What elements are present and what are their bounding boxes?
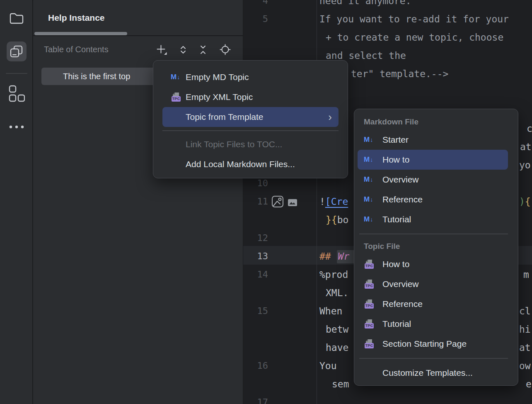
topic-file-icon: TPC bbox=[364, 279, 375, 289]
code-line: When bbox=[319, 305, 348, 317]
md-down-arrow: ↓ bbox=[370, 176, 373, 183]
line-number: 4 bbox=[243, 0, 268, 7]
markdown-file-icon-box: M↓ bbox=[364, 135, 376, 145]
topic-file-icon-box: TPC bbox=[364, 259, 376, 269]
topic-file-icon: TPC bbox=[364, 319, 375, 329]
code-fragment: c bbox=[527, 123, 532, 134]
menu-item-add-local-markdown-files[interactable]: Add Local Markdown Files... bbox=[162, 154, 339, 174]
menu-separator bbox=[359, 234, 508, 234]
menu-item-label: Add Local Markdown Files... bbox=[186, 159, 295, 169]
topic-file-icon: TPC bbox=[364, 299, 375, 309]
code-fragment: ter" template.--> bbox=[351, 68, 448, 79]
code-fragment: ## bbox=[319, 251, 337, 262]
code-fragment: need it anymore. bbox=[319, 0, 411, 6]
code-line: ## Wr bbox=[319, 250, 355, 263]
code-fragment: e bbox=[526, 379, 532, 389]
submenu-item-topic-file-how-to[interactable]: TPCHow to bbox=[358, 254, 508, 274]
submenu-item-markdown-file-starter[interactable]: M↓Starter bbox=[358, 130, 508, 150]
topic-badge: TPC bbox=[172, 96, 181, 102]
md-letter: M bbox=[364, 195, 370, 204]
menu-item-empty-md-topic[interactable]: M↓Empty MD Topic bbox=[162, 67, 339, 87]
code-line: cl bbox=[519, 305, 531, 317]
add-topic-button[interactable] bbox=[155, 44, 167, 56]
code-line: betw bbox=[326, 323, 348, 336]
more-dots-icon bbox=[8, 124, 25, 129]
submenu-item-label: Section Starting Page bbox=[382, 339, 467, 349]
more-tools-button[interactable] bbox=[7, 117, 27, 137]
help-instances-button[interactable] bbox=[7, 41, 27, 61]
topic-page-fold bbox=[366, 319, 368, 321]
code-fragment: at bbox=[520, 141, 532, 152]
code-line: If you want to re-add it for your bbox=[319, 13, 509, 25]
topic-page-fold bbox=[366, 339, 368, 341]
menu-separator bbox=[359, 358, 508, 359]
md-letter: M bbox=[364, 175, 370, 184]
submenu-item-markdown-file-overview[interactable]: M↓Overview bbox=[358, 170, 508, 190]
structure-tool-button[interactable] bbox=[7, 84, 27, 104]
topic-badge: TPC bbox=[365, 343, 374, 348]
menu-item-link-topic-files-to-toc[interactable]: Link Topic Files to TOC... bbox=[162, 134, 339, 154]
code-fragment: ow bbox=[519, 360, 531, 371]
code-line: c bbox=[527, 122, 532, 135]
markdown-file-icon-box: M↓ bbox=[364, 175, 376, 185]
code-fragment: XML. bbox=[326, 287, 348, 298]
topic-page-fold bbox=[366, 260, 368, 262]
md-letter: M bbox=[364, 215, 370, 224]
submenu-item-label: Reference bbox=[382, 195, 423, 204]
md-letter: M bbox=[171, 73, 177, 81]
image-outline-icon[interactable] bbox=[271, 195, 284, 209]
topic-page-fold bbox=[173, 92, 175, 95]
active-tab-indicator bbox=[34, 32, 127, 35]
code-fragment: If you want to re-add it for your bbox=[319, 14, 509, 24]
code-fragment: [Cre bbox=[325, 196, 348, 207]
topic-file-icon-box: TPC bbox=[364, 319, 376, 329]
code-line: need it anymore. bbox=[319, 0, 411, 7]
code-line: You bbox=[319, 360, 342, 372]
code-fragment: ) bbox=[519, 196, 525, 207]
md-down-arrow: ↓ bbox=[370, 136, 373, 143]
code-fragment: When bbox=[319, 306, 348, 316]
code-line: at bbox=[520, 141, 532, 153]
menu-item-topic-from-template[interactable]: Topic from Template› bbox=[162, 107, 339, 127]
instances-icon bbox=[9, 44, 24, 59]
line-number: 15 bbox=[243, 305, 268, 317]
toc-item-first-topic[interactable]: This is the first top bbox=[41, 68, 162, 85]
submenu-item-markdown-file-tutorial[interactable]: M↓Tutorial bbox=[358, 209, 508, 229]
toc-add-context-menu: M↓Empty MD TopicTPCEmpty XML TopicTopic … bbox=[153, 60, 348, 178]
submenu-item-topic-file-tutorial[interactable]: TPCTutorial bbox=[358, 314, 508, 334]
markdown-file-icon: M↓ bbox=[364, 215, 373, 224]
submenu-arrow-icon: › bbox=[328, 112, 339, 122]
submenu-item-markdown-file-how-to[interactable]: M↓How to bbox=[358, 150, 508, 170]
submenu-item-topic-file-reference[interactable]: TPCReference bbox=[358, 294, 508, 314]
project-folder-button[interactable] bbox=[7, 8, 27, 28]
line-number: 13 bbox=[243, 250, 268, 263]
code-fragment: and select the bbox=[326, 50, 406, 61]
submenu-item-label: Starter bbox=[382, 135, 409, 145]
collapse-all-button[interactable] bbox=[197, 44, 209, 56]
menu-item-empty-xml-topic[interactable]: TPCEmpty XML Topic bbox=[162, 87, 339, 107]
markdown-file-icon: M↓ bbox=[364, 136, 373, 144]
md-letter: M bbox=[364, 156, 370, 164]
code-fragment: Wr bbox=[337, 250, 355, 263]
markdown-file-icon-box: M↓ bbox=[364, 214, 376, 224]
image-thumbnail-icon[interactable] bbox=[288, 197, 297, 209]
locate-selection-button[interactable] bbox=[219, 44, 231, 56]
line-number: 12 bbox=[243, 232, 268, 244]
toc-section-title: Table of Contents bbox=[44, 45, 109, 54]
markdown-file-icon-box: M↓ bbox=[171, 72, 181, 82]
structure-icon bbox=[8, 85, 25, 102]
code-line: sem bbox=[332, 378, 349, 390]
topic-page-fold bbox=[366, 299, 368, 302]
topic-file-icon: TPC bbox=[364, 339, 375, 349]
menu-item-label: Link Topic Files to TOC... bbox=[186, 139, 282, 149]
submenu-item-markdown-file-reference[interactable]: M↓Reference bbox=[358, 190, 508, 209]
md-down-arrow: ↓ bbox=[370, 156, 373, 163]
submenu-item-topic-file-overview[interactable]: TPCOverview bbox=[358, 274, 508, 294]
line-number: 11 bbox=[243, 195, 268, 208]
submenu-item-topic-file-section-starting-page[interactable]: TPCSection Starting Page bbox=[358, 334, 508, 354]
divider bbox=[6, 73, 27, 74]
expand-all-button[interactable] bbox=[177, 44, 189, 56]
code-fragment: at bbox=[519, 342, 531, 353]
tool-window-title[interactable]: Help Instance bbox=[48, 13, 105, 23]
submenu-item-customize-templates[interactable]: Customize Templates... bbox=[358, 363, 508, 383]
